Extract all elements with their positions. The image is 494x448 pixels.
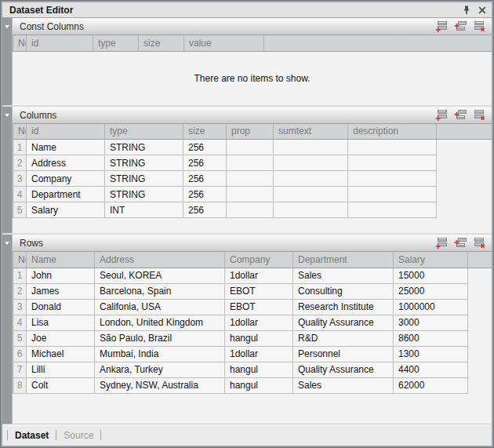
table-cell[interactable]: Barcelona, Spain [95, 283, 225, 299]
table-cell[interactable] [274, 202, 348, 218]
close-button[interactable] [474, 4, 489, 16]
table-cell[interactable]: Research Institute [293, 299, 394, 315]
table-cell[interactable] [348, 202, 437, 218]
column-header[interactable]: sumtext [274, 124, 348, 140]
table-cell[interactable]: Sydney, NSW, Australia [95, 377, 225, 393]
pin-button[interactable] [459, 4, 474, 16]
table-cell[interactable]: Joe [27, 330, 95, 346]
column-header[interactable]: Address [95, 252, 225, 268]
table-cell[interactable]: 256 [183, 171, 227, 187]
row-number-cell[interactable]: 2 [13, 283, 27, 299]
table-cell[interactable]: 256 [183, 187, 227, 202]
tab-source[interactable]: Source [64, 430, 93, 441]
add-row-button[interactable] [434, 108, 450, 122]
table-cell[interactable]: 1dollar [225, 315, 293, 330]
table-cell[interactable] [348, 140, 437, 155]
table-cell[interactable]: Sales [293, 377, 394, 393]
column-header[interactable]: description [348, 124, 437, 140]
table-cell[interactable] [348, 155, 437, 171]
table-cell[interactable]: Consulting [293, 283, 394, 299]
column-header[interactable]: size [139, 35, 184, 51]
column-header[interactable]: value [184, 35, 264, 51]
table-cell[interactable]: 1dollar [225, 346, 293, 362]
row-number-cell[interactable]: 1 [13, 268, 27, 283]
table-cell[interactable]: James [27, 283, 95, 299]
table-cell[interactable] [274, 155, 348, 171]
table-cell[interactable]: 25000 [394, 283, 468, 299]
column-header[interactable]: prop [227, 124, 274, 140]
table-cell[interactable]: STRING [105, 140, 183, 155]
table-cell[interactable]: Califonia, USA [95, 299, 225, 315]
table-cell[interactable]: 4400 [394, 362, 468, 377]
insert-row-button[interactable] [452, 108, 469, 122]
add-row-button[interactable] [434, 20, 450, 34]
table-cell[interactable]: R&D [293, 330, 394, 346]
table-cell[interactable]: 256 [183, 202, 227, 218]
table-cell[interactable] [227, 202, 274, 218]
table-cell[interactable]: EBOT [225, 283, 293, 299]
table-cell[interactable]: 15000 [394, 268, 468, 283]
delete-row-button[interactable] [471, 108, 488, 122]
insert-row-button[interactable] [452, 237, 469, 250]
column-header[interactable]: Department [293, 252, 394, 268]
row-number-cell[interactable]: 5 [13, 330, 27, 346]
row-number-cell[interactable]: 2 [13, 155, 27, 171]
row-number-cell[interactable]: 3 [13, 299, 27, 315]
row-number-cell[interactable]: 6 [13, 346, 27, 362]
column-header[interactable]: No [13, 252, 27, 268]
table-cell[interactable]: Seoul, KOREA [95, 268, 225, 283]
table-cell[interactable]: Department [27, 187, 105, 202]
row-number-cell[interactable]: 1 [13, 140, 27, 155]
table-cell[interactable]: Ankara, Turkey [95, 362, 225, 377]
column-header[interactable]: Name [27, 252, 95, 268]
table-cell[interactable]: EBOT [225, 299, 293, 315]
table-cell[interactable]: Quality Assurance [293, 362, 394, 377]
table-cell[interactable]: Quality Assurance [293, 315, 394, 330]
column-header[interactable]: No [13, 124, 27, 140]
table-cell[interactable] [227, 155, 274, 171]
column-header[interactable]: type [105, 124, 183, 140]
delete-row-button[interactable] [471, 20, 488, 34]
table-cell[interactable]: 3000 [394, 315, 468, 330]
column-header[interactable]: size [183, 124, 227, 140]
table-cell[interactable]: 256 [183, 155, 227, 171]
table-cell[interactable] [227, 171, 274, 187]
add-row-button[interactable] [434, 237, 450, 250]
row-number-cell[interactable]: 5 [13, 202, 27, 218]
table-cell[interactable]: 256 [183, 140, 227, 155]
row-number-cell[interactable]: 4 [13, 187, 27, 202]
table-cell[interactable]: Sales [293, 268, 394, 283]
table-cell[interactable]: STRING [105, 155, 183, 171]
table-cell[interactable]: 1000000 [394, 299, 468, 315]
table-cell[interactable]: Mumbai, India [95, 346, 225, 362]
table-cell[interactable]: Michael [27, 346, 95, 362]
table-cell[interactable]: hangul [225, 377, 293, 393]
table-cell[interactable] [348, 171, 437, 187]
table-cell[interactable]: 62000 [394, 377, 468, 393]
table-cell[interactable] [274, 171, 348, 187]
tab-dataset[interactable]: Dataset [15, 430, 49, 441]
table-cell[interactable]: London, United Kingdom [95, 315, 225, 330]
table-cell[interactable]: hangul [225, 362, 293, 377]
table-cell[interactable]: São Paulo, Brazil [95, 330, 225, 346]
column-header[interactable]: Salary [394, 252, 468, 268]
delete-row-button[interactable] [471, 237, 488, 250]
row-number-cell[interactable]: 3 [13, 171, 27, 187]
table-cell[interactable]: 1dollar [225, 268, 293, 283]
collapse-button-const-columns[interactable] [2, 18, 13, 105]
column-header[interactable]: No [13, 35, 27, 51]
table-cell[interactable]: STRING [105, 187, 183, 202]
row-number-cell[interactable]: 7 [13, 362, 27, 377]
table-cell[interactable]: Salary [27, 202, 105, 218]
table-cell[interactable]: Address [27, 155, 105, 171]
insert-row-button[interactable] [452, 20, 469, 34]
table-cell[interactable]: 1300 [394, 346, 468, 362]
table-cell[interactable]: Lilli [27, 362, 95, 377]
table-cell[interactable]: hangul [225, 330, 293, 346]
table-cell[interactable]: Lisa [27, 315, 95, 330]
table-cell[interactable] [274, 187, 348, 202]
table-cell[interactable] [274, 140, 348, 155]
table-cell[interactable] [348, 187, 437, 202]
column-header[interactable]: type [93, 35, 139, 51]
column-header[interactable]: Company [225, 252, 293, 268]
